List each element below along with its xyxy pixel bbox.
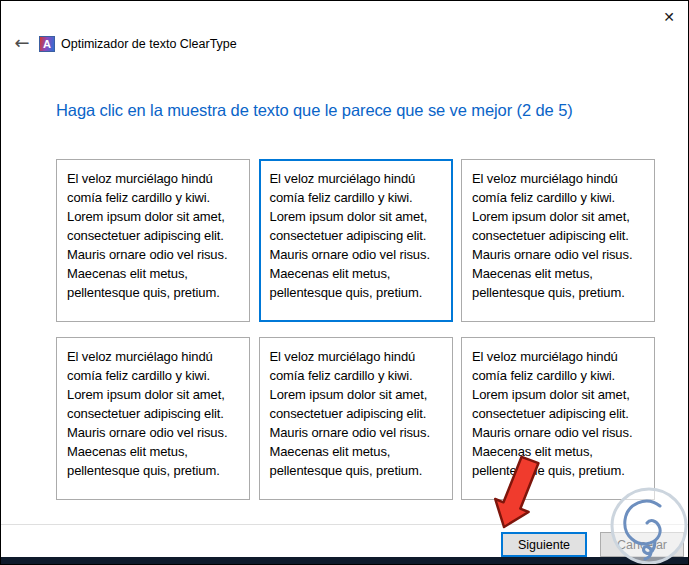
text-sample[interactable]: El veloz murciélago hindú comía feliz ca… <box>259 337 453 500</box>
text-sample[interactable]: El veloz murciélago hindú comía feliz ca… <box>259 159 453 322</box>
cleartype-app-icon: A <box>39 36 55 52</box>
cancelar-button[interactable]: Cancelar <box>600 532 684 557</box>
window-title: Optimizador de texto ClearType <box>61 37 237 51</box>
red-arrow-annotation <box>488 454 568 538</box>
text-sample[interactable]: El veloz murciélago hindú comía feliz ca… <box>56 337 250 500</box>
text-sample[interactable]: El veloz murciélago hindú comía feliz ca… <box>461 159 655 322</box>
samples-grid: El veloz murciélago hindú comía feliz ca… <box>56 159 655 500</box>
page-heading: Haga clic en la muestra de texto que le … <box>56 101 573 120</box>
text-sample[interactable]: El veloz murciélago hindú comía feliz ca… <box>56 159 250 322</box>
footer-divider <box>1 524 689 525</box>
close-icon[interactable]: ✕ <box>654 4 684 30</box>
cleartype-tuner-window: ← A Optimizador de texto ClearType ✕ Hag… <box>0 0 689 565</box>
back-button[interactable]: ← <box>9 31 35 55</box>
bottom-bar <box>1 557 689 564</box>
